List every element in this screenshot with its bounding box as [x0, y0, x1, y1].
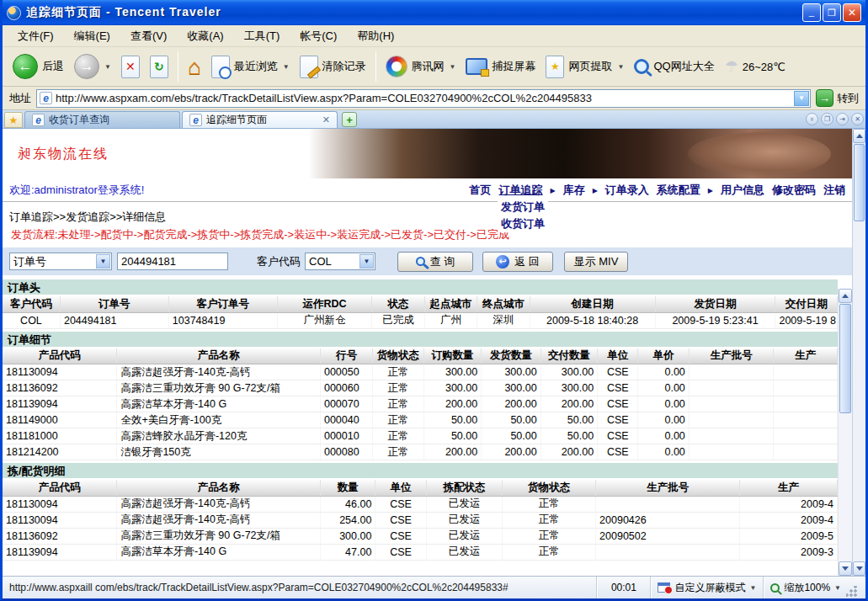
capture-screen-button[interactable]: 捕捉屏幕 — [461, 56, 541, 77]
nav-logout[interactable]: 注销 — [823, 183, 845, 198]
menu-favorites[interactable]: 收藏(A) — [178, 27, 232, 45]
zoom-icon — [770, 583, 780, 593]
favorites-button[interactable] — [4, 112, 23, 128]
table-cell — [596, 544, 740, 560]
table-cell: 254.00 — [320, 512, 375, 528]
address-dropdown-icon[interactable]: ▼ — [794, 91, 809, 106]
qq-site-dropdown-icon[interactable]: ▼ — [450, 63, 456, 71]
menu-account[interactable]: 帐号(C) — [291, 27, 345, 45]
section-picking-title: 拣/配货明细 — [3, 463, 838, 480]
refresh-icon: ↻ — [150, 56, 168, 78]
table-cell — [689, 396, 774, 412]
table-cell: 300.00 — [423, 364, 481, 380]
close-button[interactable] — [843, 3, 861, 22]
recent-dropdown-icon[interactable]: ▼ — [283, 63, 290, 71]
zoom-control[interactable]: 缩放100% ▼ — [763, 577, 865, 598]
weather-widget[interactable]: ☂ 26~28℃ — [720, 55, 791, 78]
table-cell: 2009-5-19 8 — [775, 312, 838, 328]
tab-list-button[interactable] — [806, 113, 818, 125]
capture-label: 捕捉屏幕 — [492, 59, 535, 74]
scroll-up-icon[interactable] — [839, 289, 852, 303]
table-row: 181214200洁银牙膏150克000080正常200.00200.00200… — [3, 444, 838, 460]
forward-button[interactable]: → ▼ — [69, 51, 116, 82]
tab-bar-controls — [806, 113, 864, 128]
qq-nav-button[interactable]: QQ网址大全 — [629, 56, 719, 77]
table-cell — [689, 444, 774, 460]
qq-logo-icon — [386, 56, 407, 77]
table-cell: 000060 — [320, 380, 372, 396]
nav-order-entry[interactable]: 订单录入 — [605, 183, 649, 198]
nav-inventory[interactable]: 库存 — [563, 183, 585, 198]
section-order-detail-title: 订单细节 — [3, 332, 838, 348]
chevron-down-icon[interactable] — [359, 254, 374, 269]
submenu-ship-order[interactable]: 发货订单 — [498, 199, 548, 215]
web-extract-button[interactable]: ★ 网页提取 ▼ — [541, 53, 629, 81]
return-button[interactable]: 返 回 — [482, 252, 553, 272]
search-button[interactable]: 查 询 — [397, 252, 473, 272]
chevron-down-icon[interactable] — [96, 254, 110, 269]
extract-dropdown-icon[interactable]: ▼ — [617, 63, 624, 71]
home-button[interactable]: ⌂ — [183, 53, 206, 80]
popup-block-mode[interactable]: 自定义屏蔽模式 ▼ — [650, 577, 763, 598]
page-content: 昶东物流在线 欢迎:administrator登录系统! 首页 订单追踪 库存 … — [3, 129, 865, 576]
resize-grip[interactable] — [846, 586, 857, 597]
nav-system-config[interactable]: 系统配置 — [657, 183, 700, 198]
tab-bar-close-button[interactable] — [851, 113, 864, 125]
submenu-receive-order[interactable]: 收货订单 — [498, 216, 548, 232]
column-header: 单位 — [375, 480, 426, 496]
recent-button[interactable]: 最近浏览 ▼ — [206, 53, 295, 81]
scrollbar-thumb[interactable] — [854, 144, 865, 221]
order-no-input[interactable] — [117, 253, 228, 270]
tab-close-icon[interactable] — [322, 114, 330, 125]
menu-view[interactable]: 查看(V) — [122, 27, 175, 45]
order-type-select[interactable]: 订单号 — [9, 253, 112, 270]
tab-track-detail[interactable]: 追踪细节页面 — [182, 111, 338, 128]
chevron-down-icon[interactable]: ▼ — [834, 584, 841, 592]
column-header: 单位 — [598, 348, 638, 364]
menu-help[interactable]: 帮助(H) — [349, 27, 402, 45]
forward-dropdown-icon[interactable]: ▼ — [104, 63, 111, 71]
nav-change-password[interactable]: 修改密码 — [772, 183, 816, 198]
scroll-up-icon[interactable] — [853, 129, 865, 143]
new-tab-button[interactable] — [342, 112, 357, 127]
chevron-down-icon[interactable]: ▼ — [749, 584, 756, 592]
qq-nav-label: QQ网址大全 — [653, 59, 714, 74]
clear-history-icon — [300, 56, 318, 78]
maximize-button[interactable] — [823, 3, 841, 22]
refresh-button[interactable]: ↻ — [145, 53, 173, 81]
back-button[interactable]: ← 后退 — [8, 51, 69, 82]
show-miv-button[interactable]: 显示 MIV — [564, 252, 628, 272]
address-field[interactable]: http://www.aspxam.com/ebs/track/TrackDet… — [36, 89, 811, 108]
content-scrollbar[interactable] — [838, 289, 852, 576]
title-bar[interactable]: 追踪细节页面 - Tencent Traveler — [3, 0, 865, 25]
nav-user-info[interactable]: 用户信息 — [721, 183, 764, 198]
menu-edit[interactable]: 编辑(E) — [66, 27, 119, 45]
nav-order-track[interactable]: 订单追踪 — [499, 183, 543, 198]
menu-tools[interactable]: 工具(T) — [236, 27, 289, 45]
qq-site-button[interactable]: 腾讯网 ▼ — [381, 53, 461, 80]
customer-code-select[interactable]: COL — [305, 253, 375, 270]
minimize-button[interactable] — [802, 3, 821, 22]
tab-receive-order-query[interactable]: 收货订单查询 — [24, 111, 180, 128]
scroll-down-icon[interactable] — [853, 561, 865, 576]
table-row: 181149000全效+美白牙膏-100克000040正常50.0050.005… — [3, 412, 838, 428]
table-cell: 300.00 — [320, 528, 375, 544]
address-url[interactable]: http://www.aspxam.com/ebs/track/TrackDet… — [56, 92, 794, 104]
table-cell — [774, 428, 838, 444]
stop-button[interactable]: ✕ — [116, 53, 145, 81]
table-cell: 2009-5-19 5:23:41 — [655, 312, 775, 328]
table-cell: 2009-4 — [740, 512, 838, 528]
window-scrollbar[interactable] — [852, 129, 865, 576]
menu-file[interactable]: 文件(F) — [9, 27, 62, 45]
clear-history-button[interactable]: 清除记录 — [295, 53, 371, 81]
tab-pin-button[interactable] — [836, 113, 849, 125]
tab-restore-button[interactable] — [821, 113, 833, 125]
scroll-down-icon[interactable] — [839, 561, 852, 576]
table-cell: CSE — [375, 528, 426, 544]
scrollbar-thumb[interactable] — [839, 304, 851, 413]
status-url: http://www.aspxaill com/ebs/track/TrackD… — [3, 577, 596, 598]
go-button[interactable]: 转到 — [816, 89, 859, 107]
nav-home[interactable]: 首页 — [470, 183, 492, 198]
page-icon — [189, 114, 202, 126]
app-icon — [7, 6, 21, 20]
